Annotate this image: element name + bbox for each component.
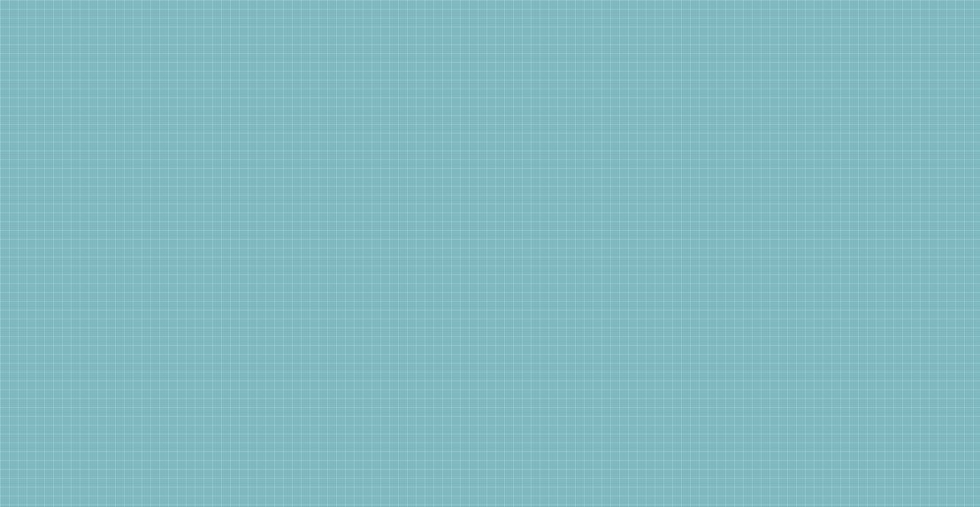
tree-container <box>0 0 980 507</box>
tree-connectors <box>0 0 980 507</box>
